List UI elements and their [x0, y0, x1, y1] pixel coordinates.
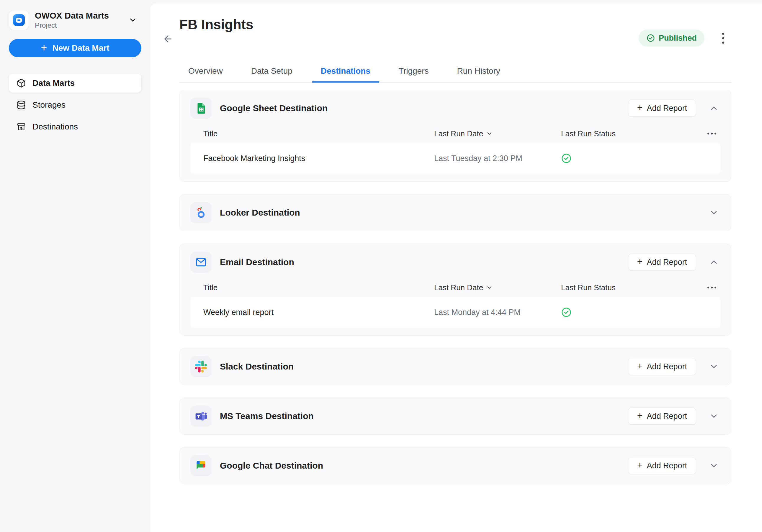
sidebar-nav: Data Marts Storages Destinations	[9, 74, 141, 136]
destination-name: Google Chat Destination	[220, 461, 323, 471]
email-icon	[190, 251, 212, 273]
column-header-last-run-status: Last Run Status	[561, 129, 702, 138]
tab-data-setup[interactable]: Data Setup	[242, 61, 301, 83]
add-report-button[interactable]: + Add Report	[628, 457, 696, 474]
looker-icon	[190, 202, 212, 223]
column-header-last-run-date[interactable]: Last Run Date	[434, 283, 561, 292]
status-badge: Published	[639, 30, 705, 46]
table-row[interactable]: Weekly email report Last Monday at 4:44 …	[190, 297, 721, 328]
column-header-last-run-date[interactable]: Last Run Date	[434, 129, 561, 138]
column-header-title: Title	[203, 283, 434, 292]
plus-icon: +	[637, 361, 643, 371]
ms-teams-icon	[190, 406, 212, 427]
report-title: Facebook Marketing Insights	[203, 154, 434, 163]
tab-overview[interactable]: Overview	[180, 61, 232, 83]
kebab-menu-icon[interactable]	[720, 31, 726, 46]
page-title: FB Insights	[180, 4, 731, 33]
check-circle-icon	[646, 33, 655, 42]
plus-icon: +	[41, 42, 47, 53]
database-icon	[17, 100, 26, 110]
owox-logo	[9, 10, 29, 30]
sidebar-item-data-marts[interactable]: Data Marts	[9, 74, 141, 93]
tab-run-history[interactable]: Run History	[448, 61, 509, 83]
chevron-down-icon[interactable]	[707, 410, 721, 423]
success-check-icon	[561, 307, 702, 318]
destination-card-google-sheet: Google Sheet Destination + Add Report Ti…	[180, 90, 731, 182]
sidebar-item-storages[interactable]: Storages	[9, 96, 141, 114]
chevron-down-icon[interactable]	[707, 360, 721, 373]
box-arrow-up-icon	[17, 122, 26, 132]
back-arrow-icon[interactable]	[161, 32, 175, 46]
project-type-label: Project	[35, 21, 109, 30]
destination-name: MS Teams Destination	[220, 411, 314, 421]
sort-chevron-icon	[486, 130, 493, 137]
add-report-button[interactable]: + Add Report	[628, 408, 696, 425]
owox-logo-glyph	[13, 14, 25, 26]
sort-chevron-icon	[486, 284, 493, 291]
add-report-button[interactable]: + Add Report	[628, 254, 696, 271]
report-title: Weekly email report	[203, 308, 434, 317]
destination-name: Google Sheet Destination	[220, 103, 328, 113]
chevron-up-icon[interactable]	[707, 102, 721, 115]
plus-icon: +	[637, 460, 643, 471]
destination-card-slack: Slack Destination + Add Report	[180, 348, 731, 385]
sidebar-item-label: Destinations	[33, 122, 78, 132]
destination-name: Slack Destination	[220, 362, 294, 371]
destination-name: Email Destination	[220, 257, 294, 267]
chevron-down-icon[interactable]	[707, 459, 721, 472]
more-options-icon[interactable]	[702, 130, 718, 137]
destination-card-ms-teams: MS Teams Destination + Add Report	[180, 398, 731, 435]
column-header-last-run-status: Last Run Status	[561, 283, 702, 292]
chevron-up-icon[interactable]	[707, 256, 721, 269]
report-last-run-date: Last Tuesday at 2:30 PM	[434, 154, 561, 163]
chevron-down-icon[interactable]	[707, 206, 721, 219]
tab-triggers[interactable]: Triggers	[390, 61, 438, 83]
success-check-icon	[561, 153, 702, 164]
google-sheets-icon	[190, 98, 212, 119]
cube-icon	[17, 79, 26, 88]
new-data-mart-button[interactable]: + New Data Mart	[9, 39, 141, 57]
destination-card-google-chat: Google Chat Destination + Add Report	[180, 447, 731, 484]
report-last-run-date: Last Monday at 4:44 PM	[434, 308, 561, 317]
tab-bar: Overview Data Setup Destinations Trigger…	[180, 61, 731, 83]
sidebar-item-label: Storages	[33, 100, 65, 110]
sidebar-item-label: Data Marts	[33, 79, 75, 88]
column-header-title: Title	[203, 129, 434, 138]
plus-icon: +	[637, 102, 643, 113]
destination-card-looker: Looker Destination	[180, 194, 731, 231]
main-panel: FB Insights Published Overview Data Setu…	[150, 4, 762, 532]
sidebar: OWOX Data Marts Project + New Data Mart …	[0, 0, 150, 532]
table-row[interactable]: Facebook Marketing Insights Last Tuesday…	[190, 143, 721, 174]
destination-card-email: Email Destination + Add Report Title Las…	[180, 243, 731, 336]
tab-destinations[interactable]: Destinations	[312, 61, 379, 83]
destination-name: Looker Destination	[220, 208, 300, 218]
plus-icon: +	[637, 256, 643, 267]
slack-icon	[190, 356, 212, 377]
google-chat-icon	[190, 455, 212, 476]
chevron-down-icon[interactable]	[128, 16, 137, 25]
project-name: OWOX Data Marts	[35, 11, 109, 21]
more-options-icon[interactable]	[702, 284, 718, 291]
plus-icon: +	[637, 410, 643, 421]
add-report-button[interactable]: + Add Report	[628, 100, 696, 117]
project-switcher[interactable]: OWOX Data Marts Project	[9, 10, 141, 30]
sidebar-item-destinations[interactable]: Destinations	[9, 117, 141, 136]
add-report-button[interactable]: + Add Report	[628, 358, 696, 375]
